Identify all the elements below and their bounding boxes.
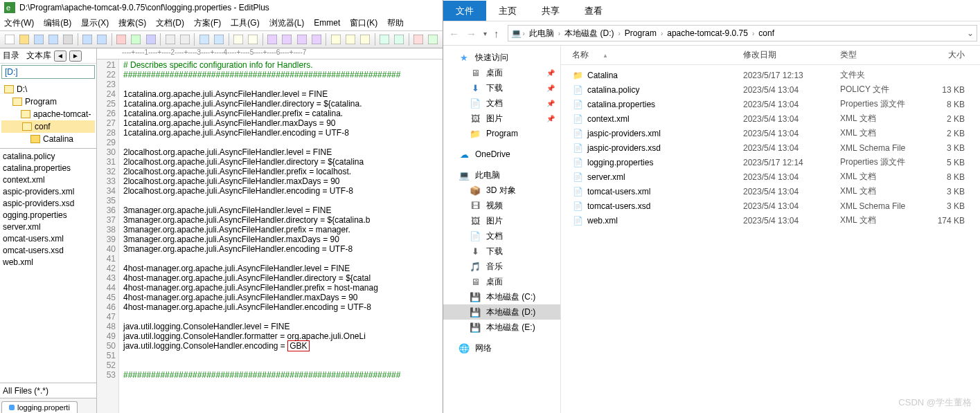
column-headers[interactable]: 名称▲ 修改日期 类型 大小 <box>561 46 980 65</box>
table-row[interactable]: 📄tomcat-users.xsd2023/5/4 13:04XML Schem… <box>567 199 980 213</box>
menu-item[interactable]: 文件(W) <box>4 17 34 29</box>
file-item[interactable]: web.xml <box>1 257 95 269</box>
menu-item[interactable]: 工具(G) <box>231 17 259 29</box>
chevron-down-icon[interactable]: ▾ <box>483 30 487 37</box>
nav-item[interactable]: 🖥桌面📌 <box>443 65 560 80</box>
tree-node[interactable]: conf <box>1 120 95 133</box>
editor-area[interactable]: ----+----1----+----2----+----3----+----4… <box>97 48 443 413</box>
toolbar-button[interactable] <box>32 33 45 46</box>
toolbar-button[interactable] <box>344 33 357 46</box>
tab-logging[interactable]: logging.properti <box>1 401 78 413</box>
nav-pane[interactable]: ★快速访问🖥桌面📌⬇下载📌📄文档📌🖼图片📌📁Program☁OneDrive💻此… <box>443 46 561 413</box>
nav-item[interactable]: 📁Program <box>443 126 560 141</box>
toolbar-button[interactable] <box>144 33 157 46</box>
toolbar-button[interactable] <box>412 33 425 46</box>
nav-item[interactable]: 🖥桌面 <box>443 274 560 289</box>
file-item[interactable]: catalina.policy <box>1 152 95 163</box>
code-lines[interactable]: # Describes specific configuration info … <box>119 59 443 413</box>
toolbar-button[interactable] <box>3 33 16 46</box>
toolbar-button[interactable] <box>266 33 279 46</box>
tree-node[interactable]: Program <box>1 95 95 108</box>
breadcrumb-seg[interactable]: 此电脑 <box>526 28 557 39</box>
table-row[interactable]: 📄server.xml2023/5/4 13:04XML 文档8 KB <box>567 169 980 184</box>
table-row[interactable]: 📄web.xml2023/5/4 13:04XML 文档174 KB <box>567 213 980 228</box>
toolbar-button[interactable] <box>358 33 371 46</box>
table-row[interactable]: 📄catalina.policy2023/5/4 13:04POLICY 文件1… <box>567 82 980 97</box>
file-item[interactable]: aspic-providers.xml <box>1 187 95 199</box>
file-item[interactable]: ogging.properties <box>1 210 95 222</box>
toolbar-button[interactable] <box>62 33 75 46</box>
toolbar-button[interactable] <box>378 33 391 46</box>
tree-node[interactable]: Catalina <box>1 133 95 145</box>
table-row[interactable]: 📄tomcat-users.xml2023/5/4 13:04XML 文档3 K… <box>567 184 980 199</box>
ribbon-tab[interactable]: 共享 <box>529 1 572 21</box>
ribbon-tab[interactable]: 主页 <box>486 1 529 21</box>
nav-item[interactable]: 📄文档📌 <box>443 95 560 111</box>
prev-button[interactable]: ◄ <box>54 51 66 62</box>
nav-item[interactable]: ★快速访问 <box>443 50 560 65</box>
table-row[interactable]: 📁Catalina2023/5/17 12:13文件夹 <box>567 68 980 82</box>
nav-item[interactable]: 🎵音乐 <box>443 259 560 274</box>
file-list[interactable]: catalina.policycatalina.propertiescontex… <box>0 148 96 383</box>
nav-item[interactable]: ⬇下载📌 <box>443 80 560 95</box>
drive-combo[interactable]: [D:] <box>1 65 95 79</box>
breadcrumb-seg[interactable]: Program <box>622 28 659 38</box>
menu-item[interactable]: 文档(D) <box>156 17 184 29</box>
nav-buttons[interactable]: ← → ▾ ↑ <box>443 28 505 39</box>
menu-item[interactable]: 窗口(K) <box>350 17 377 29</box>
toolbar-button[interactable] <box>115 33 128 46</box>
file-item[interactable]: catalina.properties <box>1 163 95 175</box>
toolbar-button[interactable] <box>17 33 30 46</box>
toolbar-button[interactable] <box>427 33 440 46</box>
chevron-down-icon[interactable]: ⌄ <box>967 28 974 38</box>
toolbar-button[interactable] <box>295 33 308 46</box>
file-item[interactable]: server.xml <box>1 222 95 234</box>
document-tabs[interactable]: logging.properti <box>0 398 96 413</box>
nav-item[interactable]: 💾本地磁盘 (D:) <box>443 304 560 320</box>
ribbon-tab[interactable]: 文件 <box>443 1 486 21</box>
toolbar-button[interactable] <box>197 33 211 46</box>
toolbar-button[interactable] <box>212 33 225 46</box>
filter-combo[interactable]: All Files (*.*) <box>0 383 96 398</box>
table-row[interactable]: 📄catalina.properties2023/5/4 13:04Proper… <box>567 97 980 111</box>
breadcrumb-seg[interactable]: conf <box>756 28 777 38</box>
nav-item[interactable]: 📦3D 对象 <box>443 183 560 198</box>
nav-item[interactable]: 💻此电脑 <box>443 167 560 183</box>
nav-item[interactable]: 📄文档 <box>443 228 560 244</box>
ribbon-tabs[interactable]: 文件主页共享查看 <box>443 0 980 21</box>
menu-item[interactable]: Emmet <box>314 18 340 28</box>
file-item[interactable]: aspic-providers.xsd <box>1 199 95 210</box>
table-row[interactable]: 📄logging.properties2023/5/17 12:14Proper… <box>567 155 980 169</box>
file-rows[interactable]: 📁Catalina2023/5/17 12:13文件夹📄catalina.pol… <box>561 65 980 413</box>
folder-tree[interactable]: D:\Programapache-tomcat-confCatalina <box>0 80 96 148</box>
toolbar-button[interactable] <box>393 33 406 46</box>
menu-item[interactable]: 帮助 <box>387 17 404 29</box>
tree-node[interactable]: apache-tomcat- <box>1 108 95 120</box>
table-row[interactable]: 📄jaspic-providers.xml2023/5/4 13:04XML 文… <box>567 126 980 140</box>
toolbar[interactable] <box>0 30 443 48</box>
toolbar-button[interactable] <box>232 33 245 46</box>
nav-item[interactable]: 💾本地磁盘 (C:) <box>443 289 560 304</box>
ribbon-tab[interactable]: 查看 <box>572 1 615 21</box>
breadcrumb-seg[interactable]: apache-tomcat-9.0.75 <box>664 28 751 38</box>
nav-item[interactable]: 🌐网络 <box>443 340 560 356</box>
nav-item[interactable]: ☁OneDrive <box>443 147 560 162</box>
nav-item[interactable]: ⬇下载 <box>443 244 560 259</box>
back-icon[interactable]: ← <box>449 28 459 39</box>
menu-item[interactable]: 搜索(S) <box>118 17 146 29</box>
nav-item[interactable]: 💾本地磁盘 (E:) <box>443 320 560 335</box>
breadcrumb[interactable]: 💻›此电脑›本地磁盘 (D:)›Program›apache-tomcat-9.… <box>508 25 978 42</box>
nav-item[interactable]: 🖼图片📌 <box>443 111 560 126</box>
toolbar-button[interactable] <box>178 33 191 46</box>
toolbar-button[interactable] <box>329 33 342 46</box>
menu-item[interactable]: 显示(X) <box>81 17 109 29</box>
breadcrumb-seg[interactable]: 本地磁盘 (D:) <box>562 28 616 39</box>
up-icon[interactable]: ↑ <box>494 28 499 39</box>
toolbar-button[interactable] <box>247 33 260 46</box>
menu-item[interactable]: 浏览器(L) <box>269 17 305 29</box>
menu-item[interactable]: 方案(F) <box>194 17 221 29</box>
forward-icon[interactable]: → <box>466 28 476 39</box>
toolbar-button[interactable] <box>310 33 323 46</box>
toolbar-button[interactable] <box>96 33 109 46</box>
toolbar-button[interactable] <box>130 33 143 46</box>
